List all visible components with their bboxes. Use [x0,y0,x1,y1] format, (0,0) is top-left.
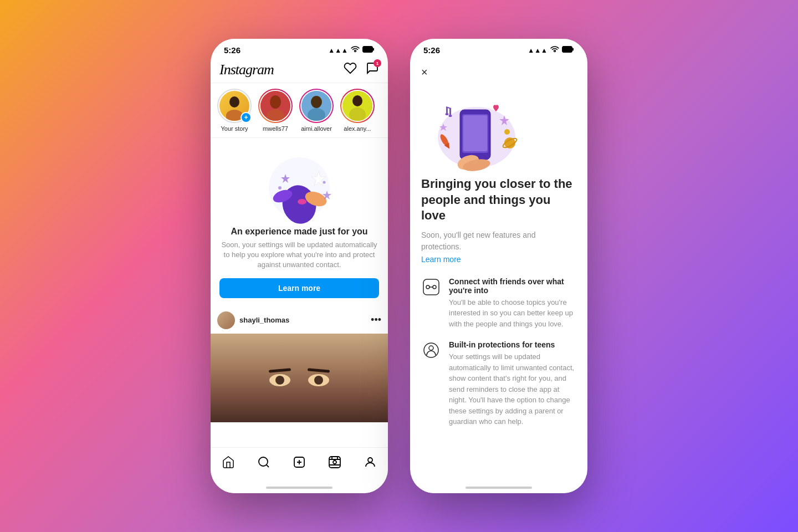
promo-illustration [255,149,344,227]
svg-rect-38 [463,115,487,151]
mwells77-avatar-wrap [258,89,293,123]
right-eyeball [308,374,329,386]
bottom-nav [211,447,388,482]
svg-point-6 [311,96,322,108]
status-time-2: 5:26 [423,45,440,55]
post-image [211,334,388,422]
feature-protect-title: Built-in protections for teens [449,340,576,349]
story-alex[interactable]: alex.any... [340,89,375,132]
feature-connect: Connect with friends over what you're in… [421,277,576,330]
svg-point-19 [278,186,282,190]
nav-home[interactable] [217,453,239,471]
right-eyebrow [308,368,330,372]
wifi-icon [351,46,360,54]
post-avatar [217,311,235,329]
feature-protect-desc: Your settings will be updated automatica… [449,351,576,427]
feed-content: + Your story mwells77 [211,83,388,447]
post-username: shayli_thomas [239,316,289,324]
nav-search[interactable] [253,453,275,471]
stories-row: + Your story mwells77 [211,83,388,138]
phone-info-screen: 5:26 ▲▲▲ × [410,39,587,493]
left-eyeball [269,374,290,386]
svg-rect-0 [363,47,373,53]
svg-point-3 [270,95,281,109]
phone-instagram-feed: 5:26 ▲▲▲ Instagram 1 [211,39,388,493]
status-bar-2: 5:26 ▲▲▲ [410,39,587,57]
left-eyebrow [269,368,291,372]
aimi-label: aimi.allover [301,125,332,132]
left-iris [275,376,284,385]
status-icons-2: ▲▲▲ [528,46,574,54]
story-your[interactable]: + Your story [217,89,252,132]
header-icons: 1 [344,62,379,78]
wifi-icon-2 [550,46,559,54]
your-story-avatar-wrap: + [217,89,252,123]
messages-button[interactable]: 1 [366,62,379,78]
svg-point-20 [323,181,326,184]
svg-point-27 [333,461,336,464]
promo-card: An experience made just for you Soon, yo… [211,138,388,307]
alex-avatar-wrap [340,89,375,123]
learn-more-button[interactable]: Learn more [219,278,379,298]
story-aimi[interactable]: aimi.allover [299,89,334,132]
aimi-avatar-wrap [299,89,334,123]
nav-reels[interactable] [324,453,346,471]
alex-label: alex.any... [344,125,371,132]
svg-point-55 [433,285,436,289]
battery-icon-2 [562,46,574,54]
instagram-header: Instagram 1 [211,57,388,83]
story-mwells77[interactable]: mwells77 [258,89,293,132]
nav-add[interactable] [288,453,310,471]
learn-more-link[interactable]: Learn more [421,255,576,264]
status-icons-1: ▲▲▲ [328,46,375,54]
promo-title: An experience made just for you [231,227,367,237]
home-indicator-2 [410,482,587,493]
battery-icon [362,46,375,54]
svg-rect-1 [373,48,374,51]
info-subtitle: Soon, you'll get new features and protec… [421,229,576,253]
svg-rect-26 [329,457,340,468]
svg-point-44 [449,115,452,117]
right-eye [308,369,330,386]
home-indicator-1 [211,482,388,493]
feature-protect: Built-in protections for teens Your sett… [421,340,576,427]
notifications-button[interactable] [344,62,357,78]
svg-point-21 [259,457,268,466]
post-user: shayli_thomas [217,311,289,329]
svg-point-49 [504,137,515,149]
promo-subtitle: Soon, your settings will be updated auto… [219,240,379,270]
instagram-logo: Instagram [219,62,274,78]
close-button[interactable]: × [421,66,438,79]
nav-profile[interactable] [359,453,381,471]
post-more-button[interactable]: ••• [371,314,381,326]
svg-point-48 [504,129,510,135]
info-screen-content: × [410,57,587,482]
add-story-button[interactable]: + [241,112,252,123]
signal-icon: ▲▲▲ [328,47,348,54]
svg-rect-43 [449,109,451,115]
feature-protect-icon [421,340,441,360]
home-bar-2 [466,487,532,489]
left-eye [269,369,291,386]
status-bar-1: 5:26 ▲▲▲ [211,39,388,57]
svg-point-16 [298,199,306,204]
svg-point-32 [368,458,372,462]
right-iris [314,376,323,385]
svg-rect-33 [562,47,572,53]
svg-line-22 [267,465,269,467]
aimi-avatar [301,91,331,121]
mwells77-label: mwells77 [263,125,288,132]
feature-connect-desc: You'll be able to choose topics you're i… [449,297,576,330]
your-story-label: Your story [221,125,248,132]
signal-icon-2: ▲▲▲ [528,47,548,54]
home-bar-1 [266,487,332,489]
post-eyes [211,334,388,422]
svg-point-9 [352,95,362,106]
svg-point-54 [426,285,429,289]
alex-avatar [342,91,372,121]
info-illustration [421,88,532,176]
feature-connect-text: Connect with friends over what you're in… [449,277,576,330]
feature-protect-text: Built-in protections for teens Your sett… [449,340,576,427]
post-header: shayli_thomas ••• [211,307,388,334]
feature-connect-icon [421,277,441,297]
